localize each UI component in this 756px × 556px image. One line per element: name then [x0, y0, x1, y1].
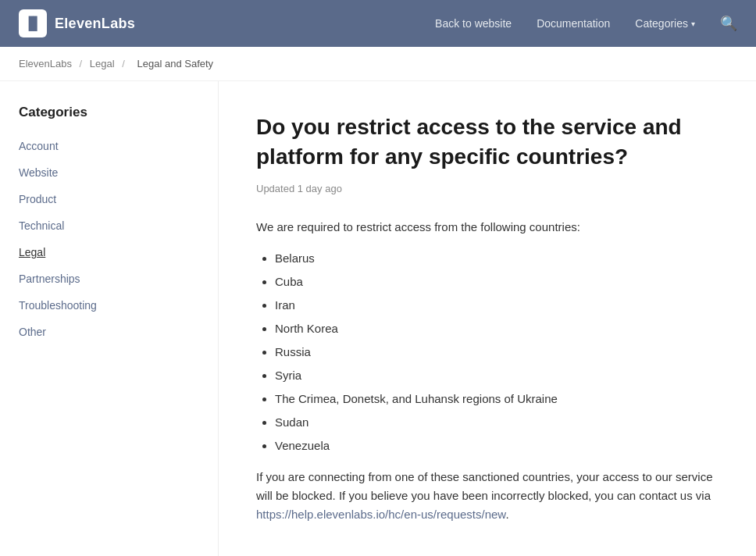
sidebar: Categories AccountWebsiteProductTechnica…	[0, 81, 219, 556]
sidebar-nav-link-troubleshooting[interactable]: Troubleshooting	[19, 294, 199, 317]
main-layout: Categories AccountWebsiteProductTechnica…	[0, 81, 756, 556]
breadcrumb: ElevenLabs / Legal / Legal and Safety	[0, 47, 756, 81]
sidebar-nav-link-product[interactable]: Product	[19, 187, 199, 211]
country-item: Cuba	[275, 273, 719, 291]
footer-text-after: .	[505, 508, 508, 521]
sidebar-nav-link-partnerships[interactable]: Partnerships	[19, 267, 199, 290]
search-icon[interactable]: 🔍	[720, 15, 737, 32]
article-body: We are required to restrict access from …	[256, 218, 719, 524]
categories-label: Categories	[635, 17, 688, 30]
country-item: Syria	[275, 366, 719, 385]
header-nav: Back to website Documentation Categories…	[435, 15, 737, 32]
breadcrumb-current: Legal and Safety	[137, 58, 214, 70]
nav-back-to-website[interactable]: Back to website	[435, 17, 512, 30]
footer-link[interactable]: https://help.elevenlabs.io/hc/en-us/requ…	[256, 508, 505, 521]
sidebar-nav-item: Account	[19, 134, 199, 158]
country-item: Belarus	[275, 249, 719, 268]
sidebar-nav-link-legal[interactable]: Legal	[19, 241, 199, 264]
article-content: Do you restrict access to the service an…	[219, 81, 756, 556]
article-updated: Updated 1 day ago	[256, 183, 719, 194]
breadcrumb-sep-2: /	[122, 58, 125, 70]
country-item: Sudan	[275, 413, 719, 432]
country-item: Russia	[275, 343, 719, 362]
sidebar-nav-item: Technical	[19, 214, 199, 237]
sidebar-nav-item: Other	[19, 320, 199, 344]
breadcrumb-home[interactable]: ElevenLabs	[19, 58, 72, 70]
sidebar-nav-item: Legal	[19, 241, 199, 264]
sidebar-nav: AccountWebsiteProductTechnicalLegalPartn…	[19, 134, 199, 344]
country-item: North Korea	[275, 319, 719, 338]
sidebar-nav-item: Product	[19, 187, 199, 211]
header-left: ▐▌ ElevenLabs	[19, 9, 135, 37]
header: ▐▌ ElevenLabs Back to website Documentat…	[0, 0, 756, 47]
country-item: The Crimea, Donetsk, and Luhansk regions…	[275, 390, 719, 408]
logo-text: ElevenLabs	[55, 16, 135, 32]
breadcrumb-legal[interactable]: Legal	[90, 58, 115, 70]
sidebar-nav-item: Partnerships	[19, 267, 199, 290]
sidebar-nav-link-website[interactable]: Website	[19, 161, 199, 184]
nav-categories[interactable]: Categories ▾	[635, 17, 695, 30]
article-footer: If you are connecting from one of these …	[256, 468, 719, 524]
article-intro: We are required to restrict access from …	[256, 218, 719, 237]
footer-text-before: If you are connecting from one of these …	[256, 470, 712, 502]
nav-documentation[interactable]: Documentation	[537, 17, 610, 30]
country-item: Iran	[275, 296, 719, 315]
sidebar-nav-link-account[interactable]: Account	[19, 134, 199, 158]
countries-list: BelarusCubaIranNorth KoreaRussiaSyriaThe…	[256, 249, 719, 455]
country-item: Venezuela	[275, 437, 719, 455]
article-title: Do you restrict access to the service an…	[256, 112, 719, 172]
sidebar-nav-link-technical[interactable]: Technical	[19, 214, 199, 237]
sidebar-nav-link-other[interactable]: Other	[19, 320, 199, 344]
logo-icon: ▐▌	[19, 9, 47, 37]
sidebar-nav-item: Website	[19, 161, 199, 184]
breadcrumb-sep-1: /	[80, 58, 83, 70]
sidebar-title: Categories	[19, 105, 199, 120]
sidebar-nav-item: Troubleshooting	[19, 294, 199, 317]
chevron-down-icon: ▾	[691, 20, 695, 28]
